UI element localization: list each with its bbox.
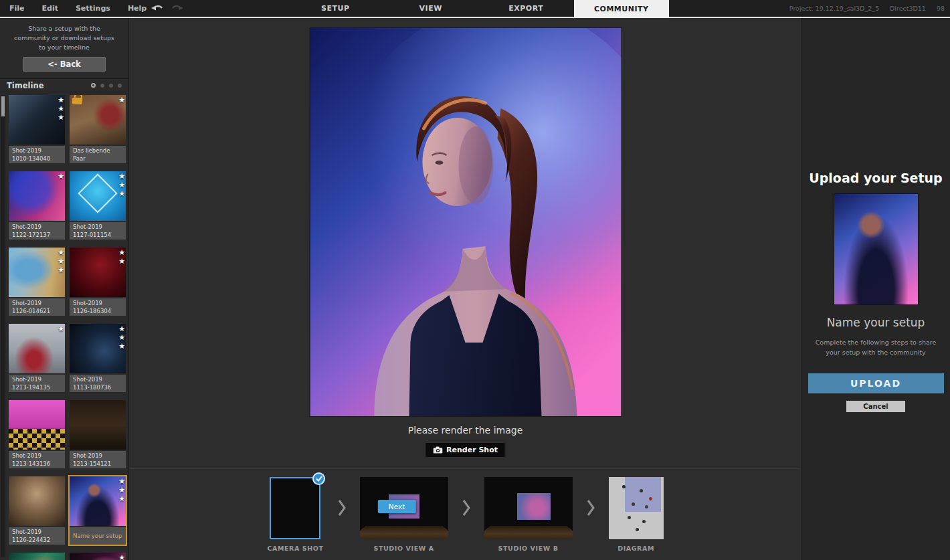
preview-step[interactable]: Next STUDIO VIEW A [360,477,448,552]
thumbnail-label: Shot-2019 1126-224432 [9,527,65,545]
thumbnail-image[interactable]: ★★★ [70,476,126,526]
menu-file[interactable]: File [9,4,25,13]
back-button[interactable]: <- Back [23,57,106,72]
tab-view[interactable]: VIEW [383,0,479,17]
timeline-thumbnail[interactable]: Shot-2019 1213-143136 [9,400,65,468]
main-tabs: SETUP VIEW EXPORT COMMUNITY [288,0,669,18]
star-rating[interactable]: ★ [58,324,64,333]
thumbnail-name: Shot-2019 [12,223,62,231]
thumbnail-image[interactable]: ★★★ [70,171,126,221]
timeline-thumbnail[interactable]: ★★★ Shot-2019 1127-011154 [70,171,126,240]
thumbnail-label: Das liebende Paar [70,146,126,163]
next-button[interactable]: Next [378,500,415,513]
star-rating[interactable]: ★★★ [58,96,64,122]
preview-step-label: CAMERA SHOT [267,545,323,552]
thumbnail-id: 1126-224432 [12,536,62,544]
thumbnail-image[interactable]: ★ [70,95,126,145]
timeline-grid: ★★★ Shot-2019 1010-134040 ★ Das liebende… [9,95,126,560]
thumbnail-image[interactable] [9,476,65,526]
preview-step[interactable]: DIAGRAM [609,477,664,552]
thumbnail-name: Shot-2019 [73,452,122,460]
main-canvas: Please render the image Render Shot CAME… [130,18,801,560]
thumbnail-label: Shot-2019 1122-172137 [9,222,65,240]
thumbnail-id: 1126-014621 [12,307,62,315]
star-rating[interactable]: ★★ [118,248,125,266]
timeline-thumbnail[interactable]: ★ Das liebende Paar [70,95,126,163]
thumbnail-name: Shot-2019 [73,375,122,383]
render-hint-text: Please render the image [130,425,801,436]
thumbnail-image[interactable]: ★★ [70,248,126,297]
tab-community[interactable]: COMMUNITY [574,0,670,18]
preview-step-thumbnail[interactable] [484,477,573,539]
filter-dot-icon[interactable] [109,84,113,88]
star-rating[interactable]: ★ [58,172,64,181]
timeline-thumbnail[interactable]: ★★★ [70,553,126,560]
timeline-thumbnail[interactable]: ★★★ Shot-2019 1010-134040 [9,95,65,163]
thumbnail-image[interactable]: ★ [9,171,65,221]
project-name: Project: 19.12.19_sal3D_2_5 [789,5,879,12]
preview-step-thumbnail[interactable] [609,477,664,539]
star-rating[interactable]: ★★★ [118,324,125,351]
preview-step-thumbnail[interactable] [270,477,320,539]
thumbnail-image[interactable] [9,400,65,450]
thumbnail-image[interactable]: ★★★ [70,553,126,560]
cancel-button[interactable]: Cancel [846,401,905,412]
timeline-body: ★★★ Shot-2019 1010-134040 ★ Das liebende… [0,92,128,560]
upload-button[interactable]: UPLOAD [808,373,944,393]
thumbnail-image[interactable] [9,553,65,560]
timeline-thumbnail[interactable]: ★ Shot-2019 1213-194135 [9,324,65,392]
render-shot-button[interactable]: Render Shot [425,442,506,458]
thumbnail-name: Shot-2019 [12,299,62,307]
menu-help[interactable]: Help [128,4,147,13]
scrollbar-thumb[interactable] [1,96,5,116]
timeline-thumbnail[interactable]: ★★ Shot-2019 1126-186304 [70,248,126,316]
undo-icon[interactable] [151,3,164,13]
preview-step[interactable]: CAMERA SHOT [267,477,323,552]
lock-icon [72,98,82,104]
thumbnail-image[interactable]: ★ [9,324,65,373]
thumbnail-name: Name your setup [73,532,122,540]
timeline-thumbnail[interactable] [9,553,65,560]
thumbnail-label: Shot-2019 1127-011154 [70,222,126,240]
thumbnail-image[interactable]: ★★★ [70,324,126,373]
thumbnail-image[interactable] [70,400,126,450]
thumbnail-image[interactable]: ★★★ [9,95,65,145]
timeline-filter-dots[interactable] [91,83,122,88]
thumbnail-label: Shot-2019 1126-186304 [70,298,126,316]
preview-step[interactable]: STUDIO VIEW B [484,477,573,552]
preview-step-thumbnail[interactable]: Next [360,477,448,539]
filter-dot-icon[interactable] [118,84,122,88]
star-rating[interactable]: ★★★ [118,477,125,503]
thumbnail-image[interactable]: ★★★ [9,248,65,297]
menu-edit[interactable]: Edit [42,4,58,13]
tab-setup[interactable]: SETUP [288,0,383,17]
timeline-thumbnail[interactable]: ★ Shot-2019 1122-172137 [9,171,65,240]
timeline-scrollbar[interactable] [1,95,5,557]
preview-step-label: STUDIO VIEW A [374,545,434,552]
thumbnail-label: Shot-2019 1213-143136 [9,451,65,468]
star-rating[interactable]: ★ [118,96,125,104]
timeline-sidebar: Share a setup with the community or down… [0,18,129,560]
thumbnail-label: Shot-2019 1113-180736 [70,375,126,392]
thumbnail-id: 1213-194135 [12,383,62,391]
fps-value: 98 [937,5,945,12]
timeline-thumbnail[interactable]: ★★★ Name your setup [70,476,126,545]
tab-export[interactable]: EXPORT [478,0,574,17]
thumbnail-id: 1010-134040 [12,155,62,163]
timeline-thumbnail[interactable]: ★★★ Shot-2019 1126-014621 [9,248,65,316]
filter-dot-icon[interactable] [91,83,96,88]
filter-dot-icon[interactable] [100,84,104,88]
chevron-right-icon [337,498,347,517]
thumbnail-id: 1213-143136 [12,460,62,468]
timeline-thumbnail[interactable]: Shot-2019 1126-224432 [9,476,65,545]
check-icon [312,472,325,485]
star-rating[interactable]: ★★★ [118,553,125,560]
community-intro-text: Share a setup with the community or down… [0,18,128,56]
thumbnail-id: 1122-172137 [12,231,62,239]
project-info: Project: 19.12.19_sal3D_2_5 Direct3D11 9… [789,0,945,17]
star-rating[interactable]: ★★★ [58,248,64,274]
menu-settings[interactable]: Settings [76,4,110,13]
timeline-thumbnail[interactable]: ★★★ Shot-2019 1113-180736 [70,324,126,392]
star-rating[interactable]: ★★★ [118,172,125,198]
timeline-thumbnail[interactable]: Shot-2019 1213-154121 [70,400,126,468]
